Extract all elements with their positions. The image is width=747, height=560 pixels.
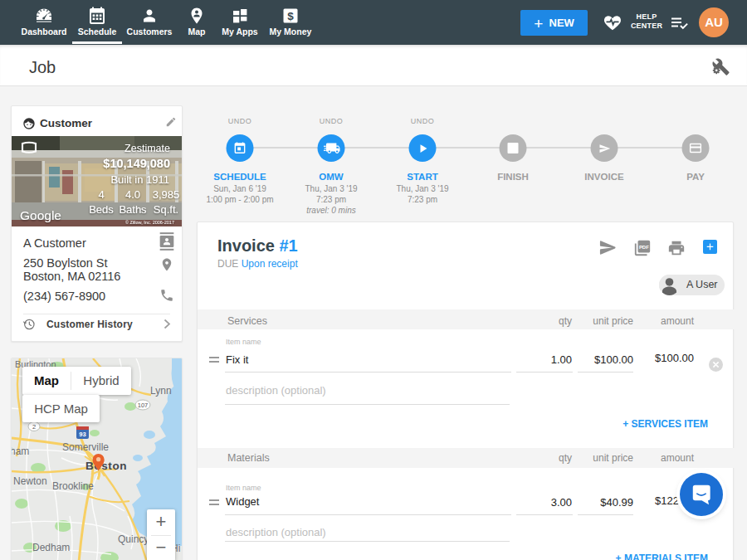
- svg-text:Built in 1911: Built in 1911: [110, 173, 169, 186]
- svg-text:93: 93: [79, 431, 85, 438]
- svg-text:Beds: Beds: [89, 203, 114, 216]
- svg-text:2: 2: [32, 423, 36, 431]
- svg-text:Quincy: Quincy: [118, 533, 149, 545]
- svg-text:4: 4: [98, 188, 104, 201]
- svg-text:PDF: PDF: [639, 245, 649, 250]
- svg-text:Brookline: Brookline: [52, 480, 94, 492]
- svg-text:Baths: Baths: [119, 203, 147, 216]
- svg-text:Dedham: Dedham: [32, 542, 70, 553]
- svg-text:Somerville: Somerville: [62, 441, 109, 453]
- svg-text:$10,149,080: $10,149,080: [103, 157, 170, 170]
- svg-text:Google: Google: [20, 208, 61, 222]
- svg-text:107: 107: [138, 402, 149, 409]
- svg-text:3,985: 3,985: [153, 188, 180, 201]
- svg-text:Lynn: Lynn: [150, 385, 172, 397]
- svg-text:Boston: Boston: [85, 460, 127, 472]
- svg-text:Newton: Newton: [13, 475, 47, 487]
- svg-text:© Zillow, Inc. 2006-2017: © Zillow, Inc. 2006-2017: [125, 220, 174, 225]
- svg-text:Zestimate: Zestimate: [124, 143, 170, 154]
- svg-text:4.0: 4.0: [125, 188, 140, 201]
- svg-text:$: $: [287, 10, 294, 22]
- svg-text:Sq.ft.: Sq.ft.: [154, 203, 178, 216]
- svg-text:ham: ham: [12, 446, 29, 457]
